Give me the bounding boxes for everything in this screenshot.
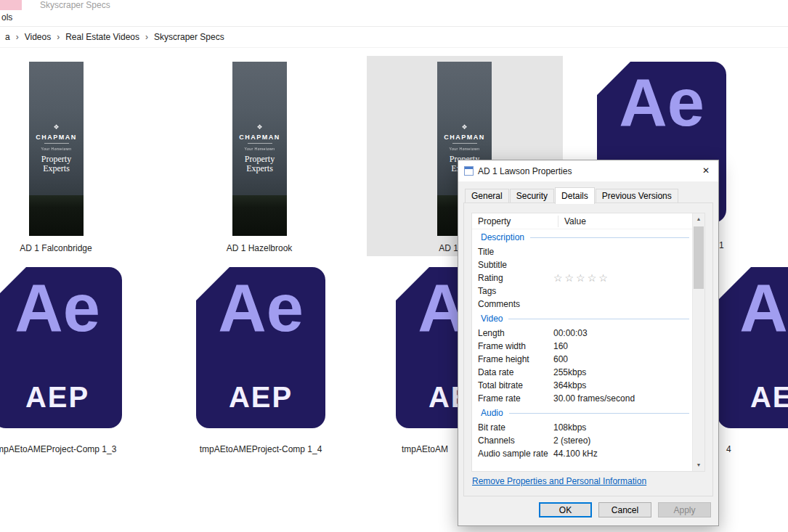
aep-file-icon[interactable]: Ae AEP bbox=[0, 267, 122, 428]
brand-text: CHAPMAN bbox=[239, 134, 280, 141]
remove-properties-link[interactable]: Remove Properties and Personal Informati… bbox=[472, 476, 646, 486]
property-row[interactable]: Comments bbox=[472, 298, 692, 311]
section-header: Video bbox=[472, 311, 692, 327]
after-effects-icon: Ae bbox=[597, 65, 726, 141]
after-effects-icon: Ae bbox=[718, 270, 788, 346]
file-label-fragment[interactable]: 4 bbox=[726, 444, 731, 454]
breadcrumb-item[interactable]: a bbox=[1, 32, 14, 42]
tagline-text: Your Hometown bbox=[245, 147, 275, 151]
file-thumbnail-hazelbrook[interactable]: ❖ CHAPMAN Your Hometown Property Experts bbox=[232, 62, 287, 236]
file-label[interactable]: tmpAEtoAM bbox=[402, 444, 448, 454]
tagline-text: Your Hometown bbox=[450, 147, 480, 151]
scrollbar[interactable]: ▲ ▼ bbox=[692, 213, 704, 471]
chevron-right-icon[interactable]: › bbox=[54, 32, 62, 42]
breadcrumb-item[interactable]: Skyscraper Specs bbox=[150, 32, 228, 42]
tab-security[interactable]: Security bbox=[510, 189, 554, 202]
brand-text: CHAPMAN bbox=[444, 134, 485, 141]
close-icon[interactable]: ✕ bbox=[694, 160, 718, 181]
column-header-value: Value bbox=[558, 216, 692, 227]
property-rows: DescriptionTitleSubtitleRating☆☆☆☆☆TagsC… bbox=[472, 229, 692, 460]
property-row[interactable]: Data rate255kbps bbox=[472, 366, 692, 379]
file-label[interactable]: tmpAEtoAMEProject-Comp 1_4 bbox=[166, 444, 355, 454]
cancel-button[interactable]: Cancel bbox=[598, 502, 651, 517]
aep-file-icon[interactable]: Ae AEP bbox=[718, 267, 788, 428]
quick-access-toolbar-fragment[interactable] bbox=[0, 0, 22, 10]
tab-previous-versions[interactable]: Previous Versions bbox=[596, 189, 678, 202]
property-row[interactable]: Title bbox=[472, 245, 692, 258]
file-label-fragment[interactable]: 1 bbox=[719, 240, 724, 250]
file-label[interactable]: AD 1 Falconbridge bbox=[0, 243, 150, 253]
chapman-crest-icon: ❖ bbox=[461, 124, 467, 131]
chevron-right-icon[interactable]: › bbox=[14, 32, 21, 42]
section-rule bbox=[508, 319, 689, 319]
ad-banner-trees bbox=[29, 195, 84, 236]
ad-banner-sky: ❖ CHAPMAN Your Hometown Property Experts bbox=[232, 62, 287, 195]
file-label[interactable]: tmpAEtoAMEProject-Comp 1_3 bbox=[0, 444, 150, 454]
property-row[interactable]: Bit rate108kbps bbox=[472, 421, 692, 434]
scroll-down-icon[interactable]: ▼ bbox=[693, 459, 704, 471]
breadcrumb-item[interactable]: Real Estate Videos bbox=[62, 32, 143, 42]
slogan-line2: Experts bbox=[43, 164, 70, 173]
ornament-rule bbox=[248, 143, 272, 144]
section-header: Audio bbox=[472, 405, 692, 421]
properties-dialog-icon bbox=[464, 166, 474, 176]
tagline-text: Your Hometown bbox=[41, 147, 72, 151]
breadcrumb: a›Videos›Real Estate Videos›Skyscraper S… bbox=[0, 27, 788, 48]
ornament-rule bbox=[452, 143, 477, 144]
property-row[interactable]: Total bitrate364kbps bbox=[472, 379, 692, 392]
properties-dialog: AD 1 Lawson Properties ✕ GeneralSecurity… bbox=[458, 160, 719, 526]
property-row[interactable]: Channels2 (stereo) bbox=[472, 434, 692, 447]
property-row[interactable]: Frame height600 bbox=[472, 353, 692, 366]
property-row[interactable]: Frame width160 bbox=[472, 340, 692, 353]
section-header: Description bbox=[472, 229, 692, 245]
aep-badge: AEP bbox=[0, 381, 122, 414]
window-title: Skyscraper Specs bbox=[40, 0, 110, 10]
aep-badge: AEP bbox=[718, 381, 788, 414]
scrollbar-thumb[interactable] bbox=[694, 226, 704, 289]
ornament-rule bbox=[44, 143, 69, 144]
chapman-crest-icon: ❖ bbox=[53, 124, 59, 131]
tab-details[interactable]: Details bbox=[555, 187, 595, 204]
list-header: Property Value bbox=[472, 213, 692, 229]
ok-button[interactable]: OK bbox=[539, 502, 592, 517]
chevron-right-icon[interactable]: › bbox=[143, 32, 150, 42]
property-row[interactable]: Subtitle bbox=[472, 258, 692, 271]
after-effects-icon: Ae bbox=[0, 270, 122, 346]
apply-button[interactable]: Apply bbox=[658, 502, 711, 517]
property-row[interactable]: Tags bbox=[472, 285, 692, 298]
brand-text: CHAPMAN bbox=[36, 134, 77, 141]
column-header-property: Property bbox=[478, 216, 558, 226]
dialog-buttons: OK Cancel Apply bbox=[539, 502, 711, 517]
property-row[interactable]: Audio sample rate44.100 kHz bbox=[472, 447, 692, 460]
file-label[interactable]: AD 1 Hazelbrook bbox=[165, 243, 354, 253]
aep-file-icon[interactable]: Ae AEP bbox=[196, 267, 325, 428]
property-row[interactable]: Length00:00:03 bbox=[472, 327, 692, 340]
properties-list: Property Value DescriptionTitleSubtitleR… bbox=[471, 213, 705, 472]
ad-banner-trees bbox=[232, 195, 287, 236]
scroll-up-icon[interactable]: ▲ bbox=[693, 213, 704, 225]
ad-banner-sky: ❖ CHAPMAN Your Hometown Property Experts bbox=[29, 62, 84, 195]
breadcrumb-item[interactable]: Videos bbox=[21, 32, 54, 42]
chapman-crest-icon: ❖ bbox=[256, 124, 262, 131]
dialog-tabs: GeneralSecurityDetailsPrevious Versions bbox=[465, 187, 679, 202]
section-rule bbox=[530, 237, 689, 238]
explorer-window: Skyscraper Specs ols a›Videos›Real Estat… bbox=[0, 0, 788, 532]
ribbon-tab-fragment[interactable]: ols bbox=[1, 12, 12, 22]
slogan-line2: Experts bbox=[246, 164, 273, 173]
property-row[interactable]: Frame rate30.00 frames/second bbox=[472, 392, 692, 405]
tab-general[interactable]: General bbox=[465, 189, 509, 202]
dialog-titlebar[interactable]: AD 1 Lawson Properties ✕ bbox=[458, 160, 718, 181]
file-thumbnail-falconbridge[interactable]: ❖ CHAPMAN Your Hometown Property Experts bbox=[29, 62, 84, 236]
property-row[interactable]: Rating☆☆☆☆☆ bbox=[472, 271, 692, 285]
details-tab-panel: Property Value DescriptionTitleSubtitleR… bbox=[463, 202, 713, 496]
section-rule bbox=[509, 413, 689, 414]
after-effects-icon: Ae bbox=[196, 270, 325, 346]
rating-stars[interactable]: ☆☆☆☆☆ bbox=[553, 271, 692, 285]
aep-badge: AEP bbox=[196, 381, 325, 414]
dialog-title: AD 1 Lawson Properties bbox=[478, 166, 572, 176]
